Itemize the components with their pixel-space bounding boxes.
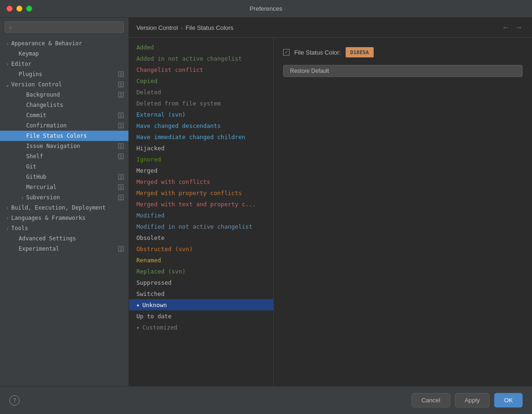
minimize-button[interactable] xyxy=(16,6,22,12)
sidebar-item-editor[interactable]: › Editor xyxy=(0,59,128,69)
breadcrumb-part2: File Status Colors xyxy=(185,24,234,31)
settings-icon xyxy=(117,112,125,119)
settings-icon xyxy=(117,245,125,253)
ok-button[interactable]: OK xyxy=(494,393,523,407)
status-item-changelist-conflict[interactable]: Changelist conflict xyxy=(129,64,273,75)
sidebar-item-label: Plugins xyxy=(19,71,117,77)
sidebar-item-label: Tools xyxy=(11,225,125,232)
status-item-unknown[interactable]: ★ Unknown xyxy=(129,299,273,310)
status-label: Merged with property conflicts xyxy=(136,189,242,196)
status-label: Merged with conflicts xyxy=(136,178,210,185)
help-button[interactable]: ? xyxy=(9,395,20,406)
sidebar-item-label: Experimental xyxy=(19,246,117,252)
status-item-ignored[interactable]: Ignored xyxy=(129,154,273,165)
sidebar-item-github[interactable]: GitHub xyxy=(0,172,128,182)
status-item-have-immediate-changed-children[interactable]: Have immediate changed children xyxy=(129,131,273,142)
status-item-renamed[interactable]: Renamed xyxy=(129,254,273,266)
sidebar-item-languages[interactable]: › Languages & Frameworks xyxy=(0,213,128,223)
restore-default-button[interactable]: Restore Default xyxy=(283,65,523,77)
status-item-merged[interactable]: Merged xyxy=(129,165,273,176)
status-item-merged-text-property[interactable]: Merged with text and property c... xyxy=(129,198,273,210)
status-label: Suppressed xyxy=(136,279,171,286)
sidebar-item-keymap[interactable]: Keymap xyxy=(0,49,128,59)
status-item-switched[interactable]: Switched xyxy=(129,288,273,299)
sidebar-item-commit[interactable]: Commit xyxy=(0,110,128,120)
status-label: Merged with text and property c... xyxy=(136,201,256,208)
status-item-merged-conflicts[interactable]: Merged with conflicts xyxy=(129,176,273,187)
maximize-button[interactable] xyxy=(26,6,32,12)
status-label: Added in not active changelist xyxy=(136,55,242,62)
status-label: Obstructed (svn) xyxy=(136,246,192,253)
file-status-color-checkbox[interactable] xyxy=(283,49,290,56)
sidebar-item-subversion[interactable]: › Subversion xyxy=(0,192,128,203)
status-item-obstructed-svn[interactable]: Obstructed (svn) xyxy=(129,243,273,254)
status-item-replaced-svn[interactable]: Replaced (svn) xyxy=(129,266,273,277)
arrow-icon: › xyxy=(4,62,11,67)
sidebar-item-confirmation[interactable]: Confirmation xyxy=(0,120,128,131)
status-item-modified[interactable]: Modified xyxy=(129,210,273,221)
status-item-suppressed[interactable]: Suppressed xyxy=(129,277,273,288)
arrow-icon: › xyxy=(19,195,26,200)
arrow-icon: › xyxy=(4,216,11,221)
search-input[interactable] xyxy=(15,24,120,30)
sidebar-item-issue-navigation[interactable]: Issue Navigation xyxy=(0,141,128,151)
close-button[interactable] xyxy=(7,6,13,12)
status-item-added-not-active[interactable]: Added in not active changelist xyxy=(129,53,273,64)
sidebar-item-file-status-colors[interactable]: File Status Colors xyxy=(0,131,128,141)
status-item-external-svn[interactable]: External (svn) xyxy=(129,109,273,120)
sidebar-item-mercurial[interactable]: Mercurial xyxy=(0,182,128,192)
sidebar-item-shelf[interactable]: Shelf xyxy=(0,151,128,161)
sidebar-item-appearance[interactable]: › Appearance & Behavior xyxy=(0,38,128,49)
status-label: Copied xyxy=(136,77,157,84)
status-item-deleted[interactable]: Deleted xyxy=(129,86,273,98)
star-icon: ★ xyxy=(136,302,140,308)
nav-forward-button[interactable]: → xyxy=(513,22,525,33)
sidebar-item-label: Changelists xyxy=(26,102,125,108)
status-item-hijacked[interactable]: Hijacked xyxy=(129,142,273,154)
sidebar-item-plugins[interactable]: Plugins xyxy=(0,69,128,79)
sidebar-item-changelists[interactable]: Changelists xyxy=(0,100,128,110)
settings-icon xyxy=(117,183,125,191)
cancel-button[interactable]: Cancel xyxy=(411,393,450,407)
sidebar-item-label: Commit xyxy=(26,112,117,119)
search-box[interactable]: ⌕ xyxy=(5,21,124,33)
settings-icon xyxy=(117,70,125,78)
status-item-have-changed-descendants[interactable]: Have changed descendants xyxy=(129,120,273,131)
sidebar-item-label: GitHub xyxy=(26,174,117,180)
sidebar-item-background[interactable]: Background xyxy=(0,90,128,100)
sidebar-item-label: Subversion xyxy=(26,194,117,201)
sidebar-item-label: Editor xyxy=(11,61,125,67)
status-label: Modified xyxy=(136,212,164,219)
apply-button[interactable]: Apply xyxy=(455,393,490,407)
sidebar-item-version-control[interactable]: ⌄ Version Control xyxy=(0,79,128,90)
status-item-copied[interactable]: Copied xyxy=(129,75,273,86)
status-label: External (svn) xyxy=(136,111,185,118)
sidebar-item-label: File Status Colors xyxy=(26,133,125,139)
nav-back-button[interactable]: ← xyxy=(500,22,511,33)
sidebar-item-label: Keymap xyxy=(19,50,125,57)
title-bar: Preferences xyxy=(0,0,532,18)
status-item-obsolete[interactable]: Obsolete xyxy=(129,232,273,243)
breadcrumb: Version Control › File Status Colors ← → xyxy=(129,18,532,38)
status-item-modified-not-active[interactable]: Modified in not active changelist xyxy=(129,221,273,232)
arrow-icon: ⌄ xyxy=(4,82,11,87)
status-item-added[interactable]: Added xyxy=(129,42,273,53)
sidebar-item-build[interactable]: › Build, Execution, Deployment xyxy=(0,203,128,213)
settings-icon xyxy=(117,81,125,88)
sidebar-item-label: Git xyxy=(26,163,125,170)
sidebar-item-label: Shelf xyxy=(26,153,117,160)
bottom-bar: ? Cancel Apply OK xyxy=(0,386,532,414)
arrow-icon: › xyxy=(4,41,11,46)
status-label: Hijacked xyxy=(136,145,164,152)
status-item-customized[interactable]: ★ Customized xyxy=(129,322,273,333)
right-panel: File Status Color: D18E5A Restore Defaul… xyxy=(274,38,532,386)
sidebar-item-advanced[interactable]: Advanced Settings xyxy=(0,233,128,244)
sidebar-item-git[interactable]: Git xyxy=(0,161,128,172)
color-swatch[interactable]: D18E5A xyxy=(346,47,374,57)
status-item-merged-property-conflicts[interactable]: Merged with property conflicts xyxy=(129,187,273,198)
status-item-up-to-date[interactable]: Up to date xyxy=(129,310,273,322)
sidebar-item-experimental[interactable]: Experimental xyxy=(0,244,128,254)
sidebar-item-label: Build, Execution, Deployment xyxy=(11,204,125,211)
sidebar-item-tools[interactable]: › Tools xyxy=(0,223,128,233)
status-item-deleted-fs[interactable]: Deleted from file system xyxy=(129,98,273,109)
